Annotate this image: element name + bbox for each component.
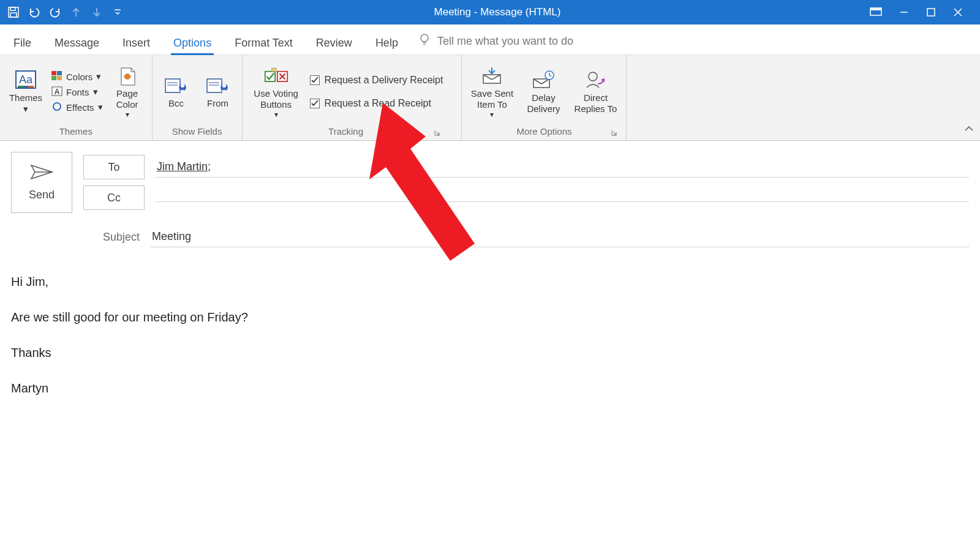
chevron-down-icon: ▾ [490, 110, 494, 119]
bcc-button[interactable]: Bcc [159, 75, 194, 109]
svg-point-36 [589, 72, 597, 81]
subject-label: Subject [78, 231, 151, 244]
tell-me-placeholder: Tell me what you want to do [437, 35, 573, 48]
group-label-tracking: Tracking [249, 125, 443, 139]
tab-review[interactable]: Review [314, 31, 355, 54]
minimize-icon[interactable] [899, 7, 909, 17]
save-sent-item-to-button[interactable]: Save Sent Item To ▾ [468, 65, 516, 119]
effects-icon [51, 102, 62, 113]
request-delivery-receipt-checkbox[interactable]: Request a Delivery Receipt [310, 75, 443, 86]
direct-replies-to-button[interactable]: Direct Replies To [571, 69, 620, 114]
from-button[interactable]: From [200, 75, 236, 109]
body-line: Are we still good for our meeting on Fri… [11, 309, 969, 326]
body-line: Martyn [11, 380, 969, 397]
tab-file[interactable]: File [11, 31, 34, 54]
svg-rect-11 [18, 86, 23, 88]
svg-rect-32 [271, 68, 276, 71]
dialog-launcher-icon[interactable] [610, 128, 619, 137]
svg-point-29 [222, 84, 226, 88]
save-sent-icon [480, 65, 504, 87]
use-voting-buttons-button[interactable]: Use Voting Buttons ▾ [249, 65, 304, 119]
previous-item-icon[interactable] [69, 5, 83, 20]
group-show-fields: Bcc From Show Fields [153, 55, 243, 140]
request-read-receipt-checkbox[interactable]: Request a Read Receipt [310, 98, 443, 109]
tell-me-search[interactable]: Tell me what you want to do [419, 33, 573, 54]
chevron-down-icon: ▾ [274, 110, 278, 119]
undo-icon[interactable] [27, 5, 42, 20]
tab-format-text[interactable]: Format Text [232, 31, 295, 54]
svg-rect-14 [57, 71, 62, 75]
chevron-down-icon: ▾ [98, 102, 103, 113]
subject-field[interactable]: Meeting [151, 227, 969, 247]
ribbon-tabs: File Message Insert Options Format Text … [0, 24, 980, 55]
send-label: Send [29, 189, 55, 201]
save-icon[interactable] [6, 5, 21, 20]
message-body[interactable]: Hi Jim, Are we still good for our meetin… [11, 252, 969, 397]
themes-icon: Aa [13, 69, 38, 91]
svg-rect-4 [870, 8, 881, 10]
voting-icon [264, 65, 288, 87]
title-bar: Meeting - Message (HTML) [0, 0, 980, 24]
themes-button[interactable]: Aa Themes▾ [6, 69, 45, 114]
svg-rect-2 [10, 13, 17, 17]
group-label-show-fields: Show Fields [159, 125, 236, 139]
cc-field[interactable] [156, 194, 969, 202]
chevron-down-icon: ▾ [23, 103, 28, 114]
svg-text:A: A [55, 88, 59, 96]
collapse-ribbon-icon[interactable] [964, 124, 974, 135]
chevron-down-icon: ▾ [96, 71, 101, 82]
group-more-options: Save Sent Item To ▾ Delay Delivery Direc… [462, 55, 627, 140]
from-icon [206, 75, 230, 97]
checkbox-checked-icon [310, 99, 320, 108]
lightbulb-icon [419, 33, 430, 50]
page-color-icon [115, 65, 140, 87]
ribbon-options: Aa Themes▾ Colors ▾ A Fonts ▾ Effects ▾ [0, 55, 980, 141]
svg-rect-20 [165, 79, 180, 92]
tab-help[interactable]: Help [373, 31, 401, 54]
compose-area: Send To Jim Martin; Cc Subject Meeting H… [0, 141, 980, 397]
window-controls [870, 7, 980, 17]
send-button[interactable]: Send [11, 152, 72, 213]
svg-rect-1 [10, 7, 15, 10]
qat-customize-icon[interactable] [110, 5, 125, 20]
window-title: Meeting - Message (HTML) [125, 6, 870, 18]
close-icon[interactable] [953, 7, 963, 17]
tab-message[interactable]: Message [52, 31, 102, 54]
colors-button[interactable]: Colors ▾ [51, 71, 103, 83]
svg-point-19 [53, 103, 61, 110]
effects-button[interactable]: Effects ▾ [51, 102, 103, 113]
to-button[interactable]: To [83, 155, 145, 179]
svg-text:Aa: Aa [19, 73, 33, 86]
checkbox-checked-icon [310, 75, 320, 85]
group-tracking: Use Voting Buttons ▾ Request a Delivery … [243, 55, 462, 140]
redo-icon[interactable] [48, 5, 62, 20]
body-line: Hi Jim, [11, 273, 969, 290]
svg-rect-13 [51, 71, 56, 75]
svg-rect-12 [23, 86, 28, 88]
chevron-down-icon: ▾ [93, 86, 98, 97]
svg-rect-16 [57, 76, 62, 80]
page-color-button[interactable]: Page Color ▾ [109, 65, 146, 119]
tab-insert[interactable]: Insert [120, 31, 153, 54]
colors-icon [51, 71, 62, 83]
delay-delivery-button[interactable]: Delay Delivery [522, 69, 565, 114]
group-label-themes: Themes [6, 125, 146, 139]
direct-replies-icon [583, 69, 608, 91]
dialog-launcher-icon[interactable] [433, 128, 442, 137]
recipient-chip[interactable]: Jim Martin [157, 160, 208, 173]
delay-delivery-icon [531, 69, 556, 91]
group-themes: Aa Themes▾ Colors ▾ A Fonts ▾ Effects ▾ [0, 55, 153, 140]
maximize-icon[interactable] [926, 7, 936, 17]
chevron-down-icon: ▾ [126, 110, 129, 119]
next-item-icon[interactable] [89, 5, 104, 20]
cc-button[interactable]: Cc [83, 186, 145, 210]
svg-rect-25 [207, 79, 222, 92]
svg-point-24 [181, 84, 184, 88]
fonts-button[interactable]: A Fonts ▾ [51, 86, 103, 98]
tab-options[interactable]: Options [171, 31, 214, 54]
svg-rect-6 [927, 9, 935, 16]
ribbon-display-options-icon[interactable] [870, 7, 882, 17]
quick-access-toolbar [0, 5, 125, 20]
to-field[interactable]: Jim Martin; [156, 157, 969, 178]
group-label-more-options: More Options [468, 125, 620, 139]
